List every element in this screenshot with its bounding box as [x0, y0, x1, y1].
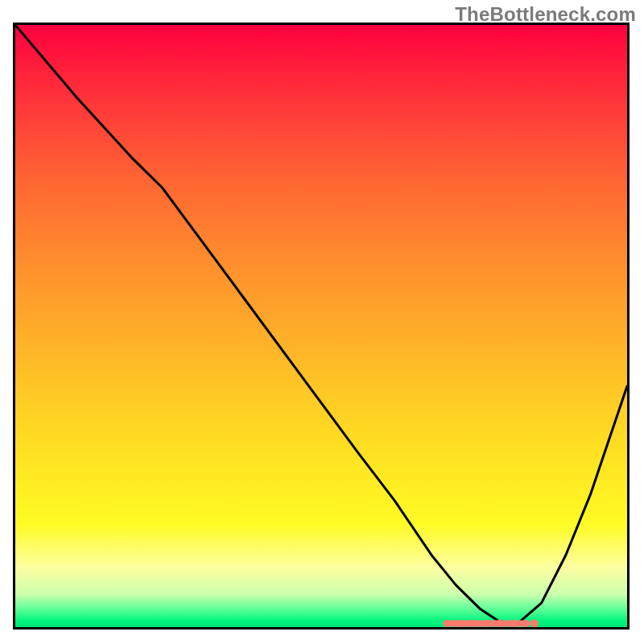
svg-point-2: [443, 620, 450, 627]
svg-point-5: [483, 620, 490, 627]
svg-point-8: [522, 620, 530, 627]
svg-point-6: [496, 620, 503, 627]
svg-point-7: [510, 620, 517, 627]
chart-minimum-markers: [15, 25, 627, 627]
watermark-label: TheBottleneck.com: [455, 3, 636, 26]
chart-frame: [13, 23, 630, 630]
svg-point-1: [530, 620, 539, 628]
svg-point-3: [456, 620, 464, 627]
svg-point-4: [469, 620, 477, 627]
